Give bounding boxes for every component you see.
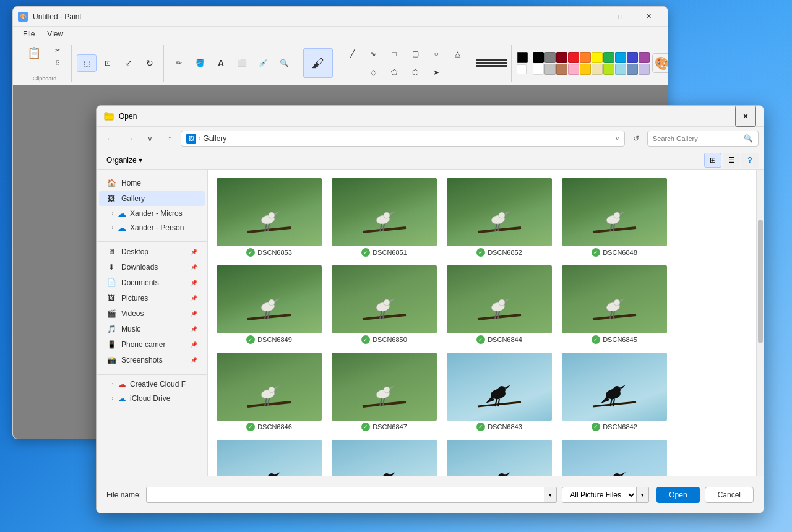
image-item-DSCN6844[interactable]: ✓DSCN6844: [443, 262, 556, 347]
filetype-dropdown-button[interactable]: ▾: [637, 487, 649, 503]
curve-tool[interactable]: ∿: [363, 45, 383, 62]
sidebar-item-gallery[interactable]: 🖼 Gallery: [99, 191, 205, 206]
filename-dropdown-button[interactable]: ▾: [544, 487, 557, 503]
arrow-tool[interactable]: ➤: [426, 64, 446, 81]
close-button[interactable]: ✕: [634, 7, 663, 27]
color-picker-button[interactable]: 🎨: [652, 53, 668, 73]
palette-swatch-efe4b0[interactable]: [592, 64, 603, 75]
pencil-tool[interactable]: ✏: [169, 54, 189, 72]
back-button[interactable]: ←: [101, 130, 119, 147]
palette-swatch-ff7f27[interactable]: [580, 52, 591, 63]
palette-swatch-7f7f7f[interactable]: [544, 52, 556, 63]
palette-swatch-c3c3c3[interactable]: [544, 64, 556, 75]
image-item-DSCN6846[interactable]: ✓DSCN6846: [213, 350, 325, 434]
rotate-tool[interactable]: ↻: [140, 54, 160, 72]
ellipse-tool[interactable]: ○: [426, 45, 446, 62]
palette-swatch-000000[interactable]: [533, 52, 544, 63]
triangle-tool[interactable]: △: [447, 45, 467, 62]
breadcrumb-bar[interactable]: 🖼 › Gallery ∨: [181, 131, 625, 147]
sidebar-item-xander-micros[interactable]: › ☁ Xander - Micros: [99, 207, 205, 220]
cut-button[interactable]: ✂: [48, 45, 67, 56]
fill-tool[interactable]: 🪣: [190, 54, 210, 72]
hexagon-tool[interactable]: ⬡: [405, 64, 425, 81]
line-tool[interactable]: ╱: [342, 45, 362, 62]
palette-swatch-b5e61d[interactable]: [603, 64, 614, 75]
view-menu[interactable]: View: [42, 28, 68, 40]
sidebar-item-documents[interactable]: 📄 Documents 📌: [99, 275, 205, 290]
breadcrumb-dropdown-button[interactable]: ∨: [615, 135, 619, 142]
image-item-DSCN6845[interactable]: ✓DSCN6845: [558, 262, 671, 347]
scrollbar-track[interactable]: [756, 170, 764, 476]
dialog-close-button[interactable]: ✕: [735, 106, 756, 127]
sidebar-item-screenshots[interactable]: 📸 Screenshots 📌: [99, 353, 205, 367]
rect-tool[interactable]: □: [384, 45, 404, 62]
eraser-tool[interactable]: ⬜: [232, 54, 252, 72]
image-item-DSCN6850[interactable]: ✓DSCN6850: [328, 262, 441, 347]
sidebar-item-downloads[interactable]: ⬇ Downloads 📌: [99, 260, 205, 275]
select-tool[interactable]: ⬚: [77, 54, 97, 72]
file-menu[interactable]: File: [18, 28, 40, 40]
palette-swatch-99d9ea[interactable]: [615, 64, 626, 75]
text-tool[interactable]: A: [211, 54, 231, 72]
image-item-DSCN6841[interactable]: ✓DSCN6841: [328, 437, 441, 476]
sidebar-item-pictures[interactable]: 🖼 Pictures 📌: [99, 291, 205, 306]
cancel-button[interactable]: Cancel: [705, 487, 754, 503]
palette-swatch-ffc90e[interactable]: [580, 64, 591, 75]
palette-swatch-a349a4[interactable]: [639, 52, 650, 63]
image-item-DSCN6838[interactable]: ✓DSCN6838: [558, 437, 671, 476]
rounded-rect-tool[interactable]: ▢: [405, 45, 425, 62]
image-item-DSCN6847[interactable]: ✓DSCN6847: [328, 350, 441, 434]
help-button[interactable]: ?: [741, 153, 759, 168]
resize-tool[interactable]: ⤢: [119, 54, 139, 72]
palette-swatch-3f48cc[interactable]: [627, 52, 638, 63]
image-item-DSCN6848[interactable]: ✓DSCN6848: [558, 175, 671, 260]
palette-swatch-b97a57[interactable]: [556, 64, 567, 75]
image-item-DSCN6843[interactable]: ✓DSCN6843: [443, 350, 556, 434]
breadcrumb-gallery[interactable]: Gallery: [203, 134, 226, 143]
sidebar-item-creative-cloud[interactable]: › ☁ Creative Cloud F: [99, 377, 205, 391]
pentagon-tool[interactable]: ⬠: [384, 64, 404, 81]
sidebar-item-music[interactable]: 🎵 Music 📌: [99, 322, 205, 337]
details-view-button[interactable]: ☰: [723, 153, 740, 168]
palette-swatch-7092be[interactable]: [627, 64, 638, 75]
image-item-DSCN6852[interactable]: ✓DSCN6852: [443, 175, 556, 260]
copy-button[interactable]: ⎘: [48, 56, 67, 67]
sidebar-item-home[interactable]: 🏠 Home: [99, 176, 205, 191]
organize-button[interactable]: Organize ▾: [101, 154, 147, 166]
palette-swatch-ffaec9[interactable]: [568, 64, 579, 75]
zoom-tool[interactable]: 🔍: [274, 54, 294, 72]
image-item-DSCN6853[interactable]: ✓DSCN6853: [213, 175, 325, 260]
crop-tool[interactable]: ⊡: [98, 54, 118, 72]
grid-view-button[interactable]: ⊞: [704, 153, 721, 168]
up-button[interactable]: ↑: [161, 130, 178, 147]
diamond-tool[interactable]: ◇: [363, 64, 383, 81]
image-item-DSCN6849[interactable]: ✓DSCN6849: [213, 262, 325, 347]
sidebar-item-phone-camera[interactable]: 📱 Phone camer 📌: [99, 337, 205, 352]
maximize-button[interactable]: □: [606, 7, 634, 27]
sidebar-item-xander-person[interactable]: › ☁ Xander - Person: [99, 221, 205, 234]
sidebar-item-videos[interactable]: 🎬 Videos 📌: [99, 306, 205, 321]
palette-swatch-fff200[interactable]: [592, 52, 603, 63]
palette-swatch-880015[interactable]: [556, 52, 567, 63]
minimize-button[interactable]: ─: [577, 7, 606, 27]
filename-input[interactable]: [146, 487, 544, 503]
palette-swatch-22b14c[interactable]: [603, 52, 614, 63]
color1-swatch[interactable]: [517, 52, 528, 63]
palette-swatch-c8bfe7[interactable]: [639, 64, 650, 75]
eyedropper-tool[interactable]: 💉: [253, 54, 273, 72]
image-item-DSCN6837[interactable]: ✓DSCN6837: [443, 437, 556, 476]
palette-swatch-ffffff[interactable]: [533, 64, 544, 75]
recent-locations-button[interactable]: ∨: [141, 130, 158, 147]
palette-swatch-00a2e8[interactable]: [615, 52, 626, 63]
forward-button[interactable]: →: [121, 130, 139, 147]
image-item-DSCN6851[interactable]: ✓DSCN6851: [328, 175, 441, 260]
search-input[interactable]: [653, 135, 741, 142]
color2-swatch[interactable]: [517, 64, 527, 74]
refresh-button[interactable]: ↺: [627, 130, 645, 147]
sidebar-item-icloud-drive[interactable]: › ☁ iCloud Drive: [99, 392, 205, 405]
filetype-select[interactable]: All Picture Files JPEG (*.jpg) PNG (*.pn…: [562, 487, 637, 503]
image-item-DSCN6840[interactable]: ✓DSCN6840: [213, 437, 325, 476]
scrollbar-thumb[interactable]: [758, 220, 763, 343]
paste-button[interactable]: 📋: [22, 45, 46, 62]
open-button[interactable]: Open: [656, 487, 699, 503]
